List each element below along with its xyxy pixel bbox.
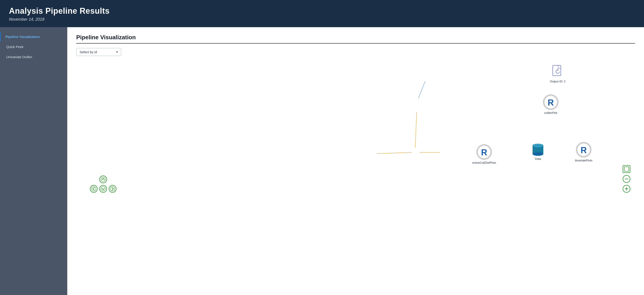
section-title: Pipeline Visualization xyxy=(76,34,635,44)
nav-controls-right xyxy=(622,165,630,193)
nav-controls-left xyxy=(90,175,116,193)
output-node[interactable]: Output ID: 2 xyxy=(550,65,566,83)
svg-point-22 xyxy=(100,185,107,192)
sidebar-item-univariate-outlier[interactable]: Univariate Outlier xyxy=(0,52,67,62)
select-by-id[interactable]: Select by id xyxy=(76,48,121,56)
outlier-plot-node[interactable]: R outlierPlot xyxy=(543,94,559,115)
nav-right-button[interactable] xyxy=(108,185,116,193)
data-node[interactable]: Data xyxy=(532,142,544,161)
sidebar: Pipeline Visualization Quick Peek Univar… xyxy=(0,27,67,295)
bivariate-plots-label: bivariatePlots xyxy=(575,159,592,162)
data-node-label: Data xyxy=(535,157,541,161)
svg-line-1 xyxy=(415,112,417,148)
svg-point-21 xyxy=(92,187,96,191)
nav-down-button[interactable] xyxy=(99,185,107,193)
svg-point-24 xyxy=(109,185,116,192)
svg-rect-27 xyxy=(624,167,629,171)
univar-cat-dist-plots-label: univarCatDistPlots xyxy=(472,161,496,164)
bivariate-plots-node[interactable]: R bivariatePlots xyxy=(575,142,592,162)
svg-point-20 xyxy=(90,185,97,192)
nav-horizontal-row xyxy=(90,185,116,193)
nav-up-button[interactable] xyxy=(99,175,107,183)
fit-screen-button[interactable] xyxy=(622,165,630,173)
content-area: Pipeline Visualization Select by id xyxy=(67,27,644,295)
zoom-in-button[interactable] xyxy=(622,185,630,193)
output-icon xyxy=(552,65,564,79)
svg-point-23 xyxy=(101,187,106,191)
main-layout: Pipeline Visualization Quick Peek Univar… xyxy=(0,27,644,295)
page-subtitle: November 14, 2018 xyxy=(9,17,635,22)
svg-point-10 xyxy=(532,152,543,156)
svg-rect-26 xyxy=(623,165,630,173)
nav-left-button[interactable] xyxy=(90,185,98,193)
outlier-plot-icon: R xyxy=(543,94,559,110)
svg-point-19 xyxy=(101,177,106,182)
svg-line-0 xyxy=(418,81,425,98)
svg-text:R: R xyxy=(580,145,586,155)
outlier-plot-label: outlierPlot xyxy=(544,111,557,115)
svg-text:R: R xyxy=(481,148,487,157)
univar-icon: R xyxy=(476,144,492,160)
pipeline-canvas: Output ID: 2 R outlierPlot xyxy=(76,63,635,197)
page-header: Analysis Pipeline Results November 14, 2… xyxy=(0,0,644,27)
bivariate-icon: R xyxy=(576,142,592,158)
output-node-label: Output ID: 2 xyxy=(550,80,566,83)
svg-point-25 xyxy=(110,187,115,191)
univar-cat-dist-plots-node[interactable]: R univarCatDistPlots xyxy=(472,144,496,164)
data-cylinder-icon xyxy=(532,142,544,156)
page-title: Analysis Pipeline Results xyxy=(9,6,635,16)
svg-point-18 xyxy=(100,176,107,183)
sidebar-item-quick-peek[interactable]: Quick Peek xyxy=(0,42,67,52)
zoom-out-button[interactable] xyxy=(622,175,630,183)
svg-text:R: R xyxy=(548,98,554,107)
select-wrapper: Select by id xyxy=(76,48,635,56)
sidebar-item-pipeline-visualization[interactable]: Pipeline Visualization xyxy=(0,32,67,42)
svg-line-2 xyxy=(377,152,412,154)
